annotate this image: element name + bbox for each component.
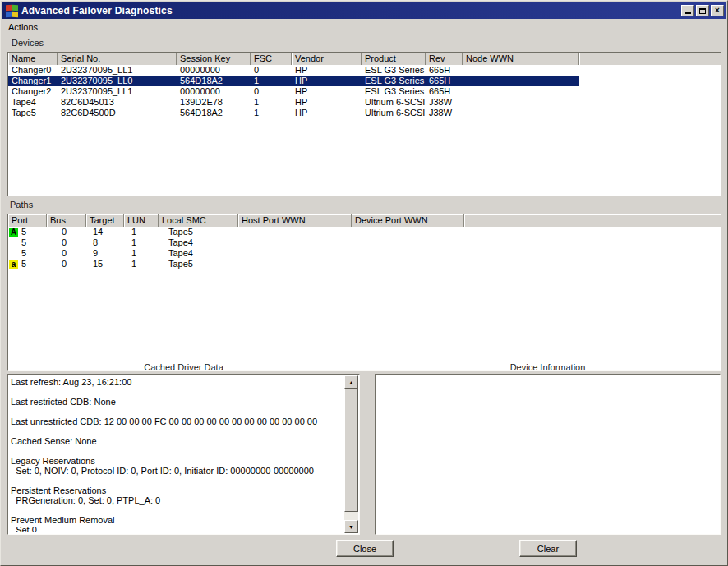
device-cell-node_wwn	[463, 97, 579, 108]
device-cell-vendor: HP	[292, 108, 362, 118]
column-header-node-wwn[interactable]: Node WWN	[463, 53, 579, 65]
device-cell-serial: 82C6D4500D	[58, 108, 177, 118]
device-information-pane[interactable]	[375, 374, 721, 535]
device-row[interactable]: Changer12U32370095_LL0564D18A21HPESL G3 …	[8, 76, 721, 86]
device-cell-node_wwn	[463, 86, 579, 97]
device-cell-product: ESL G3 Series	[362, 86, 426, 97]
path-cell-target: 15	[86, 259, 124, 269]
device-cell-node_wwn	[463, 65, 579, 76]
device-cell-vendor: HP	[292, 76, 362, 86]
column-header-product[interactable]: Product	[362, 53, 426, 65]
app-icon[interactable]	[6, 5, 18, 17]
scrollbar-thumb[interactable]	[344, 389, 358, 512]
arrow-up-icon: ▲	[348, 380, 354, 385]
device-cell-name: Changer2	[8, 86, 58, 97]
device-cell-serial: 82C6D45013	[58, 97, 177, 108]
device-cell-rev: 665H	[426, 86, 463, 97]
column-header-session-key[interactable]: Session Key	[177, 53, 251, 65]
path-row-filler	[464, 259, 721, 269]
close-dialog-button[interactable]: Close	[336, 540, 394, 557]
device-cell-session_key: 564D18A2	[177, 108, 251, 118]
device-row[interactable]: Tape582C6D4500D564D18A21HPUltrium 6-SCSI…	[8, 108, 721, 118]
path-port-value: 5	[21, 248, 26, 259]
device-cell-session_key: 564D18A2	[177, 76, 251, 86]
window-controls: ×	[681, 5, 724, 16]
device-row-filler	[579, 86, 721, 97]
path-cell-device_port_wwn	[352, 227, 464, 237]
device-cell-name: Changer1	[8, 76, 58, 86]
column-header-rev[interactable]: Rev	[426, 53, 463, 65]
column-header-serial-no-[interactable]: Serial No.	[58, 53, 177, 65]
path-status-badge: a	[9, 260, 18, 269]
device-cell-vendor: HP	[292, 65, 362, 76]
device-row-filler	[579, 76, 721, 86]
path-cell-port: a5	[8, 259, 47, 269]
path-cell-host_port_wwn	[238, 259, 352, 269]
minimize-button[interactable]	[681, 5, 694, 16]
path-cell-port: 5	[8, 248, 47, 259]
path-row[interactable]: 5091Tape4	[8, 248, 721, 259]
device-cell-rev: 665H	[426, 76, 463, 86]
path-row[interactable]: 5081Tape4	[8, 237, 721, 248]
cached-scrollbar[interactable]: ▲ ▼	[344, 375, 358, 533]
cached-driver-data-text: Last refresh: Aug 23, 16:21:00 Last rest…	[11, 377, 342, 532]
device-cell-rev: 665H	[426, 65, 463, 76]
path-cell-local_smc: Tape4	[159, 237, 238, 248]
device-cell-session_key: 00000000	[177, 86, 251, 97]
path-row-filler	[464, 237, 721, 248]
path-cell-port: 5	[8, 237, 47, 248]
path-row[interactable]: A50141Tape5	[8, 227, 721, 237]
device-row[interactable]: Changer22U32370095_LL1000000000HPESL G3 …	[8, 86, 721, 97]
path-cell-bus: 0	[47, 259, 86, 269]
device-cell-serial: 2U32370095_LL1	[58, 86, 177, 97]
device-row[interactable]: Tape482C6D45013139D2E781HPUltrium 6-SCSI…	[8, 97, 721, 108]
path-cell-lun: 1	[124, 237, 159, 248]
column-header-device-port-wwn[interactable]: Device Port WWN	[352, 214, 464, 227]
device-row[interactable]: Changer02U32370095_LL1000000000HPESL G3 …	[8, 65, 721, 76]
path-port-value: 5	[21, 259, 26, 269]
menu-bar: Actions	[2, 19, 726, 34]
path-cell-lun: 1	[124, 259, 159, 269]
path-port-value: 5	[21, 227, 26, 237]
column-header-fsc[interactable]: FSC	[251, 53, 292, 65]
scroll-down-button[interactable]: ▼	[344, 520, 358, 533]
column-header-local-smc[interactable]: Local SMC	[159, 214, 238, 227]
clear-button[interactable]: Clear	[519, 540, 577, 557]
column-header-lun[interactable]: LUN	[124, 214, 159, 227]
column-header-host-port-wwn[interactable]: Host Port WWN	[238, 214, 352, 227]
path-cell-port: A5	[8, 227, 47, 237]
advanced-failover-diagnostics-window: Advanced Failover Diagnostics × Actions …	[0, 0, 728, 566]
column-header-name[interactable]: Name	[8, 53, 58, 65]
device-cell-fsc: 0	[251, 86, 292, 97]
cached-driver-data-pane[interactable]: Last refresh: Aug 23, 16:21:00 Last rest…	[7, 374, 360, 535]
close-window-button[interactable]: ×	[711, 5, 724, 16]
devices-header-filler	[579, 53, 721, 65]
scroll-up-button[interactable]: ▲	[344, 375, 358, 389]
device-information-label: Device Information	[375, 362, 721, 372]
path-row[interactable]: a50151Tape5	[8, 259, 721, 269]
window-title: Advanced Failover Diagnostics	[21, 5, 173, 16]
column-header-port[interactable]: Port	[8, 214, 47, 227]
devices-table-body: Changer02U32370095_LL1000000000HPESL G3 …	[8, 65, 721, 118]
device-cell-name: Changer0	[8, 65, 58, 76]
path-cell-lun: 1	[124, 248, 159, 259]
device-cell-rev: J38W	[426, 97, 463, 108]
column-header-target[interactable]: Target	[86, 214, 124, 227]
maximize-button[interactable]	[696, 5, 709, 16]
path-badge-spacer	[9, 249, 18, 259]
path-row-filler	[464, 248, 721, 259]
device-row-filler	[579, 65, 721, 76]
title-bar[interactable]: Advanced Failover Diagnostics ×	[2, 2, 726, 19]
device-row-filler	[579, 108, 721, 118]
paths-header-filler	[464, 214, 721, 227]
path-badge-spacer	[9, 238, 18, 248]
path-cell-lun: 1	[124, 227, 159, 237]
device-cell-fsc: 1	[251, 108, 292, 118]
paths-table-body: A50141Tape55081Tape45091Tape4a50151Tape5	[8, 227, 721, 269]
column-header-vendor[interactable]: Vendor	[292, 53, 362, 65]
maximize-icon	[699, 8, 706, 14]
menu-actions[interactable]: Actions	[2, 20, 44, 34]
path-cell-host_port_wwn	[238, 227, 352, 237]
device-cell-vendor: HP	[292, 86, 362, 97]
column-header-bus[interactable]: Bus	[47, 214, 86, 227]
